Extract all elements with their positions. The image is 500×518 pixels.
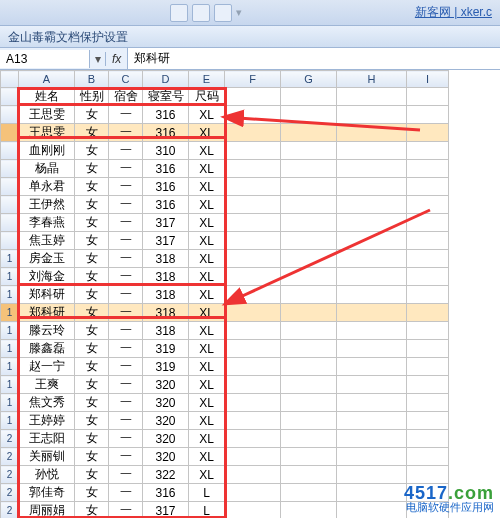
- cell[interactable]: 316: [143, 484, 189, 502]
- cell[interactable]: 王思雯: [19, 106, 75, 124]
- cell[interactable]: [337, 322, 407, 340]
- cell[interactable]: [225, 214, 281, 232]
- cell[interactable]: XL: [189, 340, 225, 358]
- cell[interactable]: [225, 358, 281, 376]
- column-header[interactable]: I: [407, 71, 449, 88]
- cell[interactable]: 焦玉婷: [19, 232, 75, 250]
- column-header[interactable]: H: [337, 71, 407, 88]
- cell[interactable]: 女: [75, 466, 109, 484]
- name-box-dropdown[interactable]: ▾: [90, 52, 106, 66]
- cell[interactable]: [225, 250, 281, 268]
- cell[interactable]: 周丽娟: [19, 502, 75, 519]
- cell[interactable]: [337, 232, 407, 250]
- cell[interactable]: [407, 214, 449, 232]
- cell[interactable]: 关丽钏: [19, 448, 75, 466]
- cell[interactable]: 王伊然: [19, 196, 75, 214]
- cell[interactable]: [225, 466, 281, 484]
- row-header[interactable]: [1, 160, 19, 178]
- cell[interactable]: 一: [109, 106, 143, 124]
- cell[interactable]: [225, 430, 281, 448]
- cell[interactable]: [337, 178, 407, 196]
- row-header[interactable]: 1: [1, 250, 19, 268]
- row-header[interactable]: [1, 142, 19, 160]
- cell[interactable]: 女: [75, 340, 109, 358]
- cell[interactable]: [281, 358, 337, 376]
- cell[interactable]: 318: [143, 250, 189, 268]
- cell[interactable]: [407, 196, 449, 214]
- cell[interactable]: [337, 268, 407, 286]
- cell[interactable]: [407, 268, 449, 286]
- cell[interactable]: 血刚刚: [19, 142, 75, 160]
- column-header[interactable]: D: [143, 71, 189, 88]
- cell[interactable]: L: [189, 484, 225, 502]
- cell[interactable]: XL: [189, 214, 225, 232]
- cell[interactable]: [337, 250, 407, 268]
- row-header[interactable]: [1, 178, 19, 196]
- cell[interactable]: 滕云玲: [19, 322, 75, 340]
- cell[interactable]: 焦文秀: [19, 394, 75, 412]
- row-header[interactable]: 2: [1, 484, 19, 502]
- cell[interactable]: 女: [75, 430, 109, 448]
- cell[interactable]: [225, 232, 281, 250]
- cell[interactable]: XL: [189, 466, 225, 484]
- cell[interactable]: 刘海金: [19, 268, 75, 286]
- column-header[interactable]: A: [19, 71, 75, 88]
- cell[interactable]: [225, 124, 281, 142]
- cell[interactable]: 滕鑫磊: [19, 340, 75, 358]
- cell[interactable]: 318: [143, 304, 189, 322]
- cell[interactable]: [281, 106, 337, 124]
- cell[interactable]: 女: [75, 448, 109, 466]
- cell[interactable]: [225, 322, 281, 340]
- cell[interactable]: [225, 394, 281, 412]
- cell[interactable]: 女: [75, 124, 109, 142]
- cell[interactable]: [281, 286, 337, 304]
- cell[interactable]: 单永君: [19, 178, 75, 196]
- cell[interactable]: [407, 286, 449, 304]
- cell[interactable]: XL: [189, 394, 225, 412]
- cell[interactable]: 一: [109, 142, 143, 160]
- cell[interactable]: [225, 340, 281, 358]
- cell[interactable]: [407, 160, 449, 178]
- row-header[interactable]: [1, 124, 19, 142]
- cell[interactable]: 320: [143, 412, 189, 430]
- cell[interactable]: 女: [75, 250, 109, 268]
- cell[interactable]: [281, 160, 337, 178]
- cell[interactable]: XL: [189, 430, 225, 448]
- cell[interactable]: [225, 412, 281, 430]
- cell[interactable]: 女: [75, 142, 109, 160]
- cell[interactable]: [225, 448, 281, 466]
- cell[interactable]: 一: [109, 286, 143, 304]
- external-link[interactable]: 新客网 | xker.c: [415, 4, 492, 21]
- cell[interactable]: 女: [75, 286, 109, 304]
- cell[interactable]: [407, 322, 449, 340]
- cell[interactable]: [337, 358, 407, 376]
- cell[interactable]: 女: [75, 376, 109, 394]
- cell[interactable]: [407, 178, 449, 196]
- cell[interactable]: [281, 430, 337, 448]
- cell[interactable]: 王志阳: [19, 430, 75, 448]
- cell[interactable]: [225, 160, 281, 178]
- cell[interactable]: 郭佳奇: [19, 484, 75, 502]
- row-header[interactable]: [1, 106, 19, 124]
- cell[interactable]: [407, 412, 449, 430]
- cell[interactable]: 一: [109, 340, 143, 358]
- select-all-corner[interactable]: [1, 71, 19, 88]
- cell[interactable]: [281, 394, 337, 412]
- cell[interactable]: 317: [143, 214, 189, 232]
- cell[interactable]: 女: [75, 196, 109, 214]
- row-header[interactable]: 2: [1, 466, 19, 484]
- ribbon-button[interactable]: [170, 4, 188, 22]
- cell[interactable]: 318: [143, 322, 189, 340]
- cell[interactable]: [407, 106, 449, 124]
- cell[interactable]: 女: [75, 394, 109, 412]
- cell[interactable]: [281, 124, 337, 142]
- cell[interactable]: [407, 394, 449, 412]
- cell[interactable]: 一: [109, 448, 143, 466]
- cell[interactable]: 一: [109, 502, 143, 519]
- cell[interactable]: 一: [109, 160, 143, 178]
- cell[interactable]: XL: [189, 196, 225, 214]
- cell[interactable]: 一: [109, 358, 143, 376]
- cell[interactable]: 房金玉: [19, 250, 75, 268]
- cell[interactable]: [337, 484, 407, 502]
- cell[interactable]: 女: [75, 322, 109, 340]
